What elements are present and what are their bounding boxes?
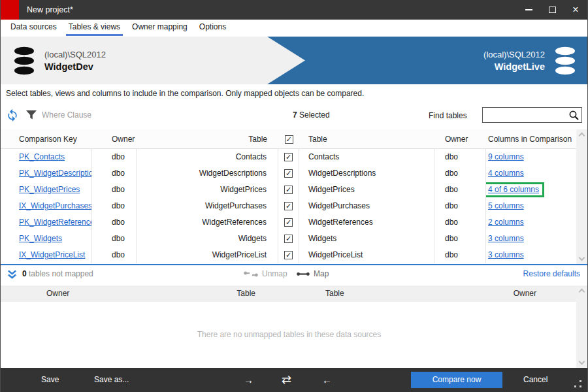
table-right-cell: WidgetDescriptions xyxy=(299,165,434,182)
footer-bar: Save Save as... → ⇄ ← Compare now Cancel xyxy=(1,368,587,392)
table-right-cell: WidgetPurchases xyxy=(299,198,434,214)
owner-left-cell: dbo xyxy=(92,214,137,231)
database-icon xyxy=(12,46,36,75)
columns-highlight-box: 9 columns xyxy=(488,152,524,161)
checkbox-cell: ✓ xyxy=(278,182,299,198)
columns-highlight-box: 3 columns xyxy=(488,250,524,259)
header-table-left: Table xyxy=(137,129,278,148)
columns-cell: 9 columns xyxy=(486,149,578,165)
scroll-down-icon[interactable] xyxy=(579,255,585,261)
cancel-button[interactable]: Cancel xyxy=(523,368,547,392)
unmapped-header-owner-right: Owner xyxy=(478,286,536,302)
close-button[interactable]: × xyxy=(564,0,587,20)
row-checkbox[interactable]: ✓ xyxy=(284,218,293,227)
map-button[interactable]: Map xyxy=(297,269,329,278)
columns-link[interactable]: 9 columns xyxy=(488,152,524,161)
unmapped-count-text: 0 tables not mapped xyxy=(22,269,93,278)
comparison-key-cell: PK_WidgetPrices xyxy=(1,182,92,198)
minimize-icon xyxy=(525,9,532,10)
find-tables-input[interactable] xyxy=(484,108,566,122)
resize-grip[interactable] xyxy=(580,385,581,387)
row-checkbox[interactable]: ✓ xyxy=(284,169,293,178)
row-checkbox[interactable]: ✓ xyxy=(284,235,293,243)
owner-right-cell: dbo xyxy=(434,231,486,247)
save-button[interactable]: Save xyxy=(41,368,59,392)
unmap-button[interactable]: Unmap xyxy=(244,269,287,278)
owner-right-cell: dbo xyxy=(434,198,486,214)
restore-defaults-link[interactable]: Restore defaults xyxy=(523,269,580,278)
table-row: PK_WidgetPrices dbo WidgetPrices ✓ Widge… xyxy=(1,182,578,198)
maximize-button[interactable] xyxy=(540,0,564,20)
grid-rows: PK_Contacts dbo Contacts ✓ Contacts dbo … xyxy=(1,149,578,263)
columns-link[interactable]: 5 columns xyxy=(488,201,524,210)
scroll-down-icon[interactable] xyxy=(579,359,585,365)
columns-cell: 3 columns xyxy=(486,247,578,263)
columns-link[interactable]: 3 columns xyxy=(488,234,524,243)
comparison-key-link[interactable]: PK_WidgetDescriptions xyxy=(19,169,92,178)
columns-link[interactable]: 4 columns xyxy=(488,169,524,178)
columns-link[interactable]: 4 of 6 columns xyxy=(488,185,539,194)
table-left-cell: WidgetPurchases xyxy=(137,198,278,214)
select-all-checkbox[interactable]: ✓ xyxy=(285,135,293,144)
where-clause-button[interactable]: Where Clause xyxy=(42,110,91,120)
tab[interactable]: Owner mapping xyxy=(131,20,189,37)
row-checkbox[interactable]: ✓ xyxy=(284,202,293,210)
tab[interactable]: Tables & views xyxy=(67,20,122,37)
grid-header-row: Comparison Key Owner Table ✓ Table Owner… xyxy=(1,129,578,149)
row-checkbox[interactable]: ✓ xyxy=(284,186,293,194)
comparison-key-link[interactable]: PK_Widgets xyxy=(19,234,62,243)
unmapped-count-suffix: tables not mapped xyxy=(27,269,93,278)
refresh-icon[interactable] xyxy=(6,108,19,122)
swap-sources-icon[interactable]: ⇄ xyxy=(282,368,291,392)
columns-cell: 4 columns xyxy=(486,165,578,182)
copy-right-icon[interactable]: → xyxy=(244,368,253,392)
table-row: IX_WidgetPurchases dbo WidgetPurchases ✓… xyxy=(1,198,578,214)
table-row: PK_Contacts dbo Contacts ✓ Contacts dbo … xyxy=(1,149,578,165)
checkbox-cell: ✓ xyxy=(278,165,299,182)
minimize-button[interactable] xyxy=(517,0,540,20)
table-right-cell: WidgetReferences xyxy=(299,214,434,231)
target-server-name: (local)\SQL2012 xyxy=(483,50,545,59)
scroll-up-icon[interactable] xyxy=(579,289,585,295)
save-as-button[interactable]: Save as... xyxy=(94,368,129,392)
comparison-key-link[interactable]: PK_WidgetReferences xyxy=(19,218,92,227)
columns-highlight-box: 5 columns xyxy=(488,201,524,210)
copy-left-icon[interactable]: ← xyxy=(322,368,332,392)
selected-count-text: 7 Selected xyxy=(293,110,330,120)
row-checkbox[interactable]: ✓ xyxy=(284,153,293,161)
table-left-cell: WidgetDescriptions xyxy=(137,165,278,182)
unmapped-count: 0 xyxy=(22,269,27,278)
columns-link[interactable]: 2 columns xyxy=(488,218,524,227)
owner-left-cell: dbo xyxy=(92,165,137,182)
filter-icon[interactable] xyxy=(25,109,37,121)
source-database-name: WidgetDev xyxy=(44,61,106,72)
checkbox-cell: ✓ xyxy=(278,149,299,165)
row-checkbox[interactable]: ✓ xyxy=(284,251,293,259)
grid-scrollbar[interactable] xyxy=(576,129,587,264)
maximize-icon xyxy=(549,7,556,13)
map-label: Map xyxy=(314,269,329,278)
find-tables-box xyxy=(482,107,582,123)
data-sources-header: (local)\SQL2012 WidgetDev (local)\SQL201… xyxy=(1,37,587,84)
checkbox-cell: ✓ xyxy=(278,231,299,247)
unmapped-grid-scrollbar[interactable] xyxy=(576,286,587,368)
selected-count: 7 xyxy=(293,110,297,120)
expand-section-icon[interactable] xyxy=(7,270,17,279)
table-right-cell: WidgetPrices xyxy=(299,182,434,198)
comparison-key-link[interactable]: PK_WidgetPrices xyxy=(19,185,80,194)
header-owner-right: Owner xyxy=(434,129,486,148)
table-left-cell: WidgetReferences xyxy=(137,214,278,231)
tab[interactable]: Options xyxy=(198,20,227,37)
checkbox-cell: ✓ xyxy=(278,247,299,263)
app-window: New project* × Data sources Tables & vie… xyxy=(0,0,588,392)
columns-link[interactable]: 3 columns xyxy=(488,250,524,259)
tab[interactable]: Data sources xyxy=(9,20,58,37)
compare-now-button[interactable]: Compare now xyxy=(411,372,502,388)
table-left-cell: Contacts xyxy=(137,149,278,165)
comparison-key-link[interactable]: IX_WidgetPurchases xyxy=(19,201,92,210)
comparison-key-link[interactable]: IX_WidgetPriceList xyxy=(19,250,85,259)
search-icon[interactable] xyxy=(568,110,580,121)
comparison-key-link[interactable]: PK_Contacts xyxy=(19,152,65,161)
columns-highlight-box: 3 columns xyxy=(488,234,524,243)
scroll-up-icon[interactable] xyxy=(579,133,585,139)
